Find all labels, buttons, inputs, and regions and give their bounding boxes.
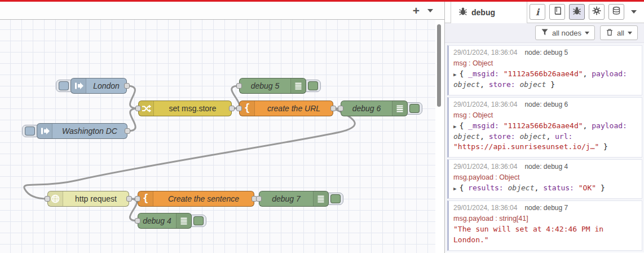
- button-inner: [193, 216, 204, 225]
- list-icon: [290, 78, 306, 93]
- filter-nodes-label: all nodes: [552, 29, 581, 37]
- node-label: set msg.store: [154, 101, 231, 116]
- globe-icon: [48, 191, 63, 206]
- brace-icon: {: [240, 101, 255, 116]
- book-icon: [553, 6, 562, 18]
- flow-tabbar: +: [0, 2, 444, 20]
- bug-icon: [458, 7, 467, 18]
- bug-button[interactable]: [569, 4, 585, 20]
- message-property: msg.payload : Object: [453, 173, 637, 181]
- message-property: msg : Object: [453, 111, 637, 119]
- create-the-url-in-port[interactable]: [236, 106, 242, 111]
- node-debug-4[interactable]: debug 4: [138, 213, 192, 229]
- inject-icon: [71, 78, 86, 93]
- expand-caret-icon[interactable]: ▶: [453, 124, 456, 129]
- node-label: http request: [63, 191, 129, 206]
- button-inner: [330, 194, 341, 203]
- filter-icon: [541, 28, 549, 37]
- node-debug-7[interactable]: debug 7: [259, 191, 329, 207]
- gear-icon: [592, 6, 601, 18]
- message-timestamp: 29/01/2024, 18:36:04: [453, 101, 517, 108]
- flow-tab-actions: +: [413, 2, 444, 19]
- debug-7-in-port[interactable]: [256, 196, 262, 202]
- london-out-port[interactable]: [124, 83, 130, 89]
- bug-icon: [572, 6, 581, 18]
- message-payload: ▶{ _msgid: "1112a566b26aae4d", payload: …: [453, 69, 637, 90]
- node-london[interactable]: London: [70, 78, 127, 94]
- expand-caret-icon[interactable]: ▶: [453, 72, 456, 77]
- node-washington-dc[interactable]: Washington DC: [37, 123, 127, 139]
- message-meta: 29/01/2024, 18:36:04node: debug 6: [453, 101, 637, 108]
- debug-5-in-port[interactable]: [236, 83, 242, 89]
- message-node-label: node: debug 4: [524, 163, 568, 171]
- node-debug-6[interactable]: debug 6: [341, 101, 408, 116]
- flow-list-chevron-down-icon[interactable]: [427, 9, 433, 12]
- debug-message: 29/01/2024, 18:36:04node: debug 4msg.pay…: [447, 159, 642, 199]
- message-property: msg.payload : string[41]: [453, 215, 637, 223]
- message-timestamp: 29/01/2024, 18:36:04: [453, 49, 517, 56]
- wire-washington-dc-to-set-msg-store[interactable]: [127, 108, 138, 131]
- debug-4-in-port[interactable]: [135, 218, 140, 224]
- list-icon: [392, 101, 407, 116]
- chevron-down-icon: [631, 10, 637, 14]
- node-create-the-url[interactable]: {create the URL: [239, 101, 333, 116]
- inject-icon: [37, 124, 52, 138]
- database-button[interactable]: [608, 4, 624, 20]
- message-payload: ▶{ _msgid: "1112a566b26aae4d", payload: …: [453, 121, 637, 153]
- node-label: debug 5: [240, 78, 290, 93]
- button-inner: [308, 81, 318, 90]
- node-red-app: + LondonWashington DCset msg.storedebug …: [0, 0, 644, 253]
- button-inner: [409, 104, 420, 113]
- node-label: London: [86, 78, 126, 93]
- message-timestamp: 29/01/2024, 18:36:04: [453, 163, 517, 171]
- button-inner: [59, 81, 69, 90]
- add-flow-button[interactable]: +: [413, 5, 420, 16]
- info-icon: i: [536, 7, 539, 18]
- brace-icon: {: [138, 191, 153, 206]
- chevron-down-icon: [585, 32, 589, 34]
- filter-nodes-button[interactable]: all nodes: [535, 25, 595, 40]
- sidebar-tabbar: debug i: [445, 2, 644, 23]
- database-icon: [612, 6, 621, 18]
- tab-debug[interactable]: debug: [451, 2, 527, 23]
- wire-set-msg-store-to-debug-5[interactable]: [232, 86, 240, 108]
- node-label: Washington DC: [52, 124, 127, 138]
- debug-toolbar: all nodes all: [445, 23, 644, 43]
- washington-dc-out-port[interactable]: [125, 128, 130, 134]
- set-msg-store-out-port[interactable]: [229, 106, 235, 111]
- create-the-sentence-in-port[interactable]: [135, 196, 140, 202]
- wire-create-the-url-to-http-request[interactable]: [24, 108, 355, 199]
- node-label: debug 6: [341, 101, 392, 116]
- http-request-in-port[interactable]: [45, 196, 50, 202]
- message-meta: 29/01/2024, 18:36:04node: debug 5: [453, 49, 637, 56]
- list-icon: [313, 191, 328, 206]
- flow-canvas[interactable]: LondonWashington DCset msg.storedebug 5{…: [0, 20, 435, 253]
- button-inner: [25, 127, 35, 136]
- node-set-msg-store[interactable]: set msg.store: [138, 101, 232, 116]
- tab-debug-label: debug: [471, 8, 495, 17]
- create-the-url-out-port[interactable]: [330, 106, 336, 111]
- debug-message: 29/01/2024, 18:36:04node: debug 6msg : O…: [447, 97, 642, 158]
- debug-message-list: 29/01/2024, 18:36:04node: debug 5msg : O…: [445, 43, 644, 252]
- info-button[interactable]: i: [530, 4, 545, 20]
- debug-message: 29/01/2024, 18:36:04node: debug 7msg.pay…: [447, 200, 642, 251]
- node-http-request[interactable]: http request: [47, 191, 129, 207]
- http-request-out-port[interactable]: [126, 196, 132, 202]
- wire-london-to-set-msg-store[interactable]: [127, 86, 138, 108]
- sidebar-header-buttons: i: [530, 4, 639, 20]
- message-node-label: node: debug 6: [524, 101, 568, 108]
- sidebar-menu-button[interactable]: [628, 4, 639, 20]
- book-button[interactable]: [549, 4, 565, 20]
- debug-6-in-port[interactable]: [338, 106, 343, 111]
- node-create-the-sentence[interactable]: {Create the sentence: [138, 191, 254, 207]
- gear-button[interactable]: [589, 4, 605, 20]
- canvas-vertical-scrollbar[interactable]: [437, 24, 441, 107]
- debug-message: 29/01/2024, 18:36:04node: debug 5msg : O…: [447, 45, 642, 95]
- message-node-label: node: debug 7: [524, 204, 568, 212]
- clear-messages-button[interactable]: all: [600, 25, 638, 40]
- node-debug-5[interactable]: debug 5: [239, 78, 306, 94]
- expand-caret-icon[interactable]: ▶: [453, 186, 456, 191]
- chevron-down-icon: [628, 32, 632, 34]
- list-icon: [176, 213, 191, 228]
- set-msg-store-in-port[interactable]: [135, 106, 141, 111]
